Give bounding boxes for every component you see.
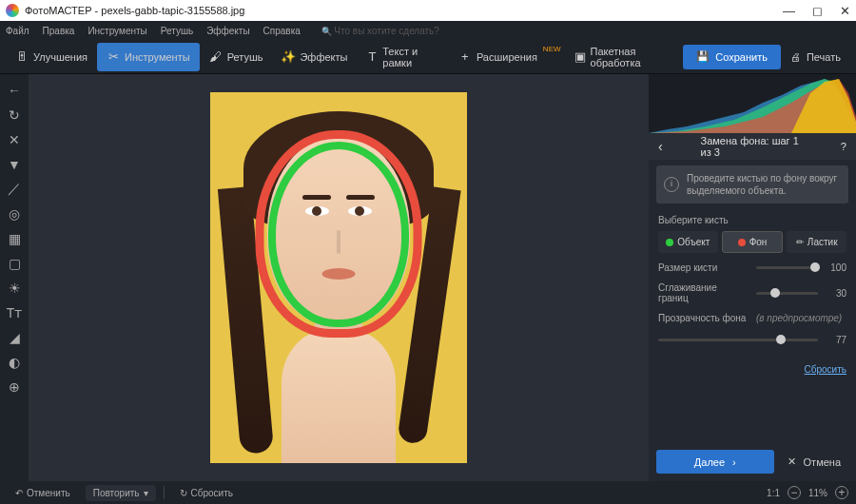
zoom-value: 11%: [808, 488, 827, 498]
brush-tab-object[interactable]: Объект: [658, 231, 718, 253]
crop-icon: ✂: [107, 50, 120, 64]
info-icon: i: [664, 177, 679, 192]
tab-tools[interactable]: ✂Инструменты: [97, 43, 200, 71]
brush-tab-bg[interactable]: Фон: [722, 231, 784, 253]
opacity-value: 77: [826, 335, 846, 345]
tab-retouch[interactable]: 🖌Ретушь: [200, 43, 273, 71]
menu-edit[interactable]: Правка: [43, 26, 75, 36]
canvas-area[interactable]: [29, 74, 649, 481]
back-icon[interactable]: ←: [6, 82, 23, 99]
tab-effects[interactable]: ✨Эффекты: [272, 43, 357, 71]
menu-search[interactable]: Что вы хотите сделать?: [321, 26, 439, 36]
close-small-icon: ✕: [788, 456, 796, 468]
radial-icon[interactable]: ◎: [6, 205, 23, 223]
maximize-icon[interactable]: ◻: [812, 4, 823, 18]
ratio-button[interactable]: 1:1: [767, 488, 780, 498]
menu-help[interactable]: Справка: [263, 26, 301, 36]
stamp-icon[interactable]: ▼: [6, 156, 23, 173]
tab-extensions[interactable]: +Расширения: [449, 43, 547, 71]
zoom-out-button[interactable]: −: [788, 486, 801, 499]
reset-link[interactable]: Сбросить: [649, 360, 856, 384]
brush-size-slider[interactable]: [756, 266, 818, 269]
smooth-value: 30: [826, 288, 846, 299]
menu-retouch[interactable]: Ретушь: [161, 26, 193, 36]
panel-back-icon[interactable]: ‹: [658, 139, 663, 154]
cancel-button[interactable]: ✕Отмена: [780, 450, 848, 474]
menu-effects[interactable]: Эффекты: [206, 26, 249, 36]
text-icon: T: [366, 50, 378, 64]
reset-button[interactable]: ↻Сбросить: [172, 485, 241, 501]
eraser-icon: ✏: [796, 237, 804, 247]
grid-icon[interactable]: ▦: [6, 230, 23, 247]
menubar: Файл Правка Инструменты Ретушь Эффекты С…: [0, 21, 856, 40]
chevron-right-icon: ›: [732, 456, 736, 468]
panel-header: ‹ Замена фона: шаг 1 из 3 ?: [649, 133, 856, 160]
left-toolbar: ← ↻ ✕ ▼ ／ ◎ ▦ ▢ ☀ Tᴛ ◢ ◐ ⊕: [0, 74, 29, 481]
chevron-down-icon: ▾: [144, 488, 148, 498]
opacity-label: Прозрачность фона: [658, 313, 749, 323]
opacity-note: (в предпросмотре): [756, 313, 842, 323]
window-title: ФотоМАСТЕР - pexels-gabb-tapic-3155588.j…: [25, 5, 244, 16]
zoom-in-button[interactable]: +: [835, 486, 848, 499]
opacity-slider[interactable]: [658, 339, 818, 341]
close-icon[interactable]: ✕: [840, 4, 850, 18]
brush-tab-eraser[interactable]: ✏Ластик: [787, 231, 846, 253]
heal-icon[interactable]: ✕: [6, 131, 23, 148]
menu-file[interactable]: Файл: [6, 26, 29, 36]
save-icon: 💾: [696, 50, 710, 63]
histogram: [649, 74, 856, 133]
save-button[interactable]: 💾Сохранить: [683, 45, 781, 69]
plus-icon: +: [458, 50, 472, 64]
menu-tools[interactable]: Инструменты: [88, 26, 146, 36]
right-panel: ‹ Замена фона: шаг 1 из 3 ? i Проведите …: [649, 74, 856, 481]
globe-icon[interactable]: ⊕: [6, 378, 23, 396]
redo-button[interactable]: Повторить▾: [86, 485, 156, 501]
undo-icon: ↶: [15, 488, 23, 498]
sun-icon[interactable]: ☀: [6, 280, 23, 297]
help-icon[interactable]: ?: [841, 141, 846, 152]
main-toolbar: 🎚Улучшения ✂Инструменты 🖌Ретушь ✨Эффекты…: [0, 40, 856, 74]
panel-title: Замена фона: шаг 1 из 3: [701, 135, 805, 158]
text-tool-icon[interactable]: Tᴛ: [6, 304, 23, 321]
brush-icon: 🖌: [209, 50, 223, 64]
sliders-icon: 🎚: [15, 50, 29, 64]
red-dot-icon: [738, 239, 746, 246]
next-button[interactable]: Далее›: [656, 450, 774, 474]
tab-text[interactable]: TТекст и рамки: [357, 43, 448, 71]
brush-size-value: 100: [826, 262, 846, 273]
stack-icon: ▣: [574, 50, 586, 64]
brush-size-label: Размер кисти: [658, 262, 749, 273]
app-logo-icon: [6, 4, 19, 17]
undo-button[interactable]: ↶Отменить: [8, 485, 78, 501]
reset-icon: ↻: [180, 488, 187, 498]
smooth-label: Сглаживание границ: [658, 282, 749, 303]
wand-icon: ✨: [282, 50, 295, 64]
rotate-icon[interactable]: ↻: [6, 107, 23, 124]
green-dot-icon: [666, 239, 673, 246]
print-button[interactable]: 🖨Печать: [781, 48, 850, 67]
vignette-icon[interactable]: ▢: [6, 255, 23, 272]
bottom-bar: ↶Отменить Повторить▾ ↻Сбросить 1:1 − 11%…: [0, 481, 856, 504]
tab-batch[interactable]: ▣Пакетная обработка: [565, 43, 684, 71]
image-canvas[interactable]: [210, 92, 467, 463]
smooth-slider[interactable]: [756, 292, 818, 295]
titlebar: ФотоМАСТЕР - pexels-gabb-tapic-3155588.j…: [0, 0, 856, 21]
tab-enhance[interactable]: 🎚Улучшения: [6, 43, 97, 71]
new-badge: NEW: [543, 45, 561, 53]
hint-box: i Проведите кистью по фону вокруг выделя…: [656, 165, 848, 204]
minimize-icon[interactable]: —: [783, 4, 795, 18]
fill-icon[interactable]: ◢: [6, 329, 23, 346]
blur-icon[interactable]: ◐: [6, 354, 23, 371]
print-icon: 🖨: [790, 51, 801, 63]
paint-icon[interactable]: ／: [6, 181, 23, 198]
brush-section-label: Выберите кисть: [658, 215, 846, 225]
